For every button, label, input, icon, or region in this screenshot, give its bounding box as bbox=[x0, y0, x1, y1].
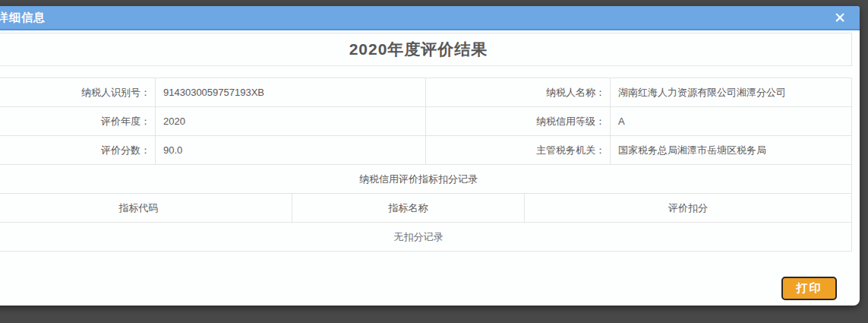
result-heading-box: 2020年度评价结果 bbox=[0, 33, 852, 66]
col-indicator-name: 指标名称 bbox=[292, 194, 525, 223]
taxpayer-name-value: 湖南红海人力资源有限公司湘潭分公司 bbox=[611, 78, 852, 107]
modal-overlay: 详细信息 ✕ 2020年度评价结果 纳税人识别号： 91430300597571… bbox=[0, 0, 868, 323]
eval-year-label: 评价年度： bbox=[0, 107, 156, 136]
deduction-empty-row: 无扣分记录 bbox=[0, 223, 852, 252]
credit-level-value: A bbox=[611, 107, 852, 136]
tax-authority-value: 国家税务总局湘潭市岳塘区税务局 bbox=[611, 136, 852, 165]
dialog-title: 详细信息 bbox=[0, 11, 831, 25]
eval-year-value: 2020 bbox=[156, 107, 426, 136]
table-row: 纳税信用评价指标扣分记录 bbox=[0, 165, 852, 194]
taxpayer-id-value: 9143030059757193XB bbox=[156, 78, 426, 107]
credit-level-label: 纳税信用等级： bbox=[426, 107, 611, 136]
deduction-section-title: 纳税信用评价指标扣分记录 bbox=[0, 165, 852, 194]
no-deduction-record: 无扣分记录 bbox=[0, 223, 852, 252]
tax-authority-label: 主管税务机关： bbox=[426, 136, 611, 165]
dialog-body: 2020年度评价结果 纳税人识别号： 9143030059757193XB 纳税… bbox=[0, 30, 860, 304]
deduction-table: 指标代码 指标名称 评价扣分 无扣分记录 bbox=[0, 193, 852, 252]
col-deduction-points: 评价扣分 bbox=[525, 194, 852, 223]
result-info-table: 纳税人识别号： 9143030059757193XB 纳税人名称： 湖南红海人力… bbox=[0, 78, 852, 194]
taxpayer-name-label: 纳税人名称： bbox=[426, 78, 611, 107]
deduction-header-row: 指标代码 指标名称 评价扣分 bbox=[0, 194, 852, 223]
table-row: 纳税人识别号： 9143030059757193XB 纳税人名称： 湖南红海人力… bbox=[0, 78, 852, 107]
detail-dialog: 详细信息 ✕ 2020年度评价结果 纳税人识别号： 91430300597571… bbox=[0, 6, 860, 306]
print-button[interactable]: 打印 bbox=[781, 277, 837, 300]
taxpayer-id-label: 纳税人识别号： bbox=[0, 78, 156, 107]
dialog-titlebar: 详细信息 ✕ bbox=[0, 6, 860, 30]
table-row: 评价年度： 2020 纳税信用等级： A bbox=[0, 107, 852, 136]
col-indicator-code: 指标代码 bbox=[0, 194, 292, 223]
result-heading: 2020年度评价结果 bbox=[349, 39, 488, 60]
close-icon: ✕ bbox=[834, 9, 846, 26]
eval-score-label: 评价分数： bbox=[0, 136, 156, 165]
close-button[interactable]: ✕ bbox=[831, 8, 849, 27]
table-row: 评价分数： 90.0 主管税务机关： 国家税务总局湘潭市岳塘区税务局 bbox=[0, 136, 852, 165]
eval-score-value: 90.0 bbox=[156, 136, 426, 165]
